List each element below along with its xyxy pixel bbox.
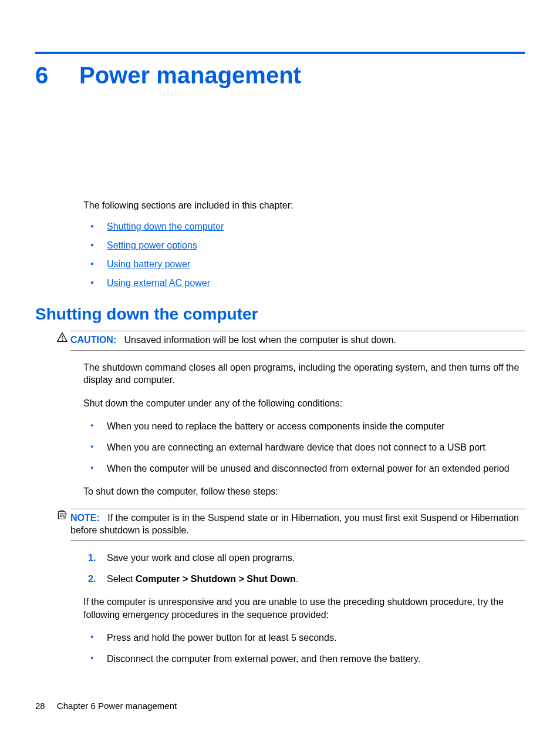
footer-text: Chapter 6 Power management — [57, 701, 177, 711]
paragraph-emergency-intro: If the computer is unresponsive and you … — [83, 596, 525, 621]
conditions-list: When you need to replace the battery or … — [83, 420, 525, 475]
paragraph-conditions-intro: Shut down the computer under any of the … — [83, 397, 525, 410]
caution-label: CAUTION: — [70, 335, 116, 345]
list-item: When the computer will be unused and dis… — [83, 462, 525, 475]
emergency-list: Press and hold the power button for at l… — [83, 631, 525, 665]
steps-list: Save your work and close all open progra… — [83, 552, 525, 585]
section-title: Shutting down the computer — [35, 305, 525, 324]
chapter-header: 6 Power management — [35, 62, 525, 89]
note-callout: NOTE: If the computer is in the Suspend … — [70, 509, 525, 541]
chapter-rule — [35, 52, 525, 54]
note-icon — [56, 510, 68, 520]
svg-point-1 — [62, 340, 63, 341]
caution-callout: CAUTION: Unsaved information will be los… — [70, 331, 525, 351]
chapter-title: Power management — [79, 62, 301, 89]
step-2-bold: Computer > Shutdown > Shut Down — [136, 574, 296, 584]
caution-icon — [56, 332, 68, 342]
toc-link-list: Shutting down the computer Setting power… — [83, 221, 525, 288]
toc-link-shutting-down[interactable]: Shutting down the computer — [107, 221, 224, 231]
page-footer: 28 Chapter 6 Power management — [35, 701, 177, 711]
list-item: Press and hold the power button for at l… — [83, 631, 525, 644]
toc-link-ac-power[interactable]: Using external AC power — [107, 278, 210, 288]
page-number: 28 — [35, 701, 45, 711]
note-text: If the computer is in the Suspend state … — [70, 513, 519, 536]
step-2: Select Computer > Shutdown > Shut Down. — [83, 573, 525, 586]
intro-text: The following sections are included in t… — [83, 200, 525, 211]
step-2-suffix: . — [296, 574, 298, 584]
paragraph-shutdown-desc: The shutdown command closes all open pro… — [83, 361, 525, 387]
list-item: Disconnect the computer from external po… — [83, 653, 525, 666]
list-item: When you need to replace the battery or … — [83, 420, 525, 433]
step-1: Save your work and close all open progra… — [83, 552, 525, 564]
toc-link-battery-power[interactable]: Using battery power — [107, 259, 190, 269]
note-label: NOTE: — [70, 513, 100, 523]
step-2-prefix: Select — [107, 574, 136, 584]
toc-link-power-options[interactable]: Setting power options — [107, 240, 197, 250]
caution-text: Unsaved information will be lost when th… — [124, 335, 396, 345]
paragraph-steps-intro: To shut down the computer, follow these … — [83, 485, 525, 498]
chapter-number: 6 — [35, 62, 79, 89]
list-item: When you are connecting an external hard… — [83, 441, 525, 454]
